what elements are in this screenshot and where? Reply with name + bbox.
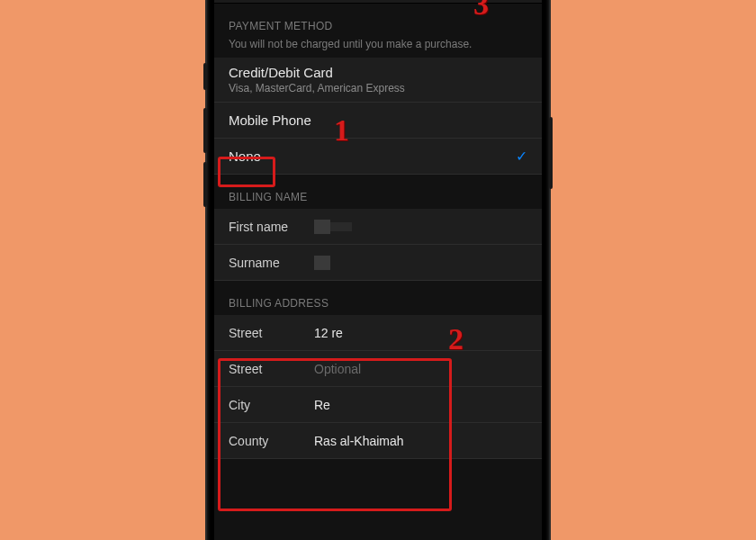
payment-method-header: PAYMENT METHOD	[214, 4, 542, 38]
county-field[interactable]: County Ras al-Khaimah	[214, 423, 542, 459]
city-label: City	[229, 398, 314, 412]
county-value: Ras al-Khaimah	[314, 434, 404, 448]
surname-field[interactable]: Surname	[214, 245, 542, 281]
side-button	[203, 162, 207, 207]
city-field[interactable]: City Re	[214, 387, 542, 423]
street2-field[interactable]: Street Optional	[214, 351, 542, 387]
none-label: None	[229, 148, 261, 164]
side-button	[203, 63, 207, 90]
navbar: Back Country/Region Next	[214, 0, 542, 4]
checkmark-icon: ✓	[516, 148, 527, 165]
redacted-value	[314, 256, 330, 270]
payment-option-mobile[interactable]: Mobile Phone	[214, 103, 542, 139]
payment-method-sub: You will not be charged until you make a…	[214, 38, 542, 58]
side-button	[203, 108, 207, 153]
credit-card-sub: Visa, MasterCard, American Express	[229, 82, 405, 94]
street-label: Street	[229, 326, 314, 340]
first-name-field[interactable]: First name	[214, 209, 542, 245]
mobile-phone-label: Mobile Phone	[229, 112, 311, 128]
credit-card-title: Credit/Debit Card	[229, 65, 333, 80]
street2-placeholder: Optional	[314, 362, 361, 376]
surname-label: Surname	[229, 256, 314, 270]
billing-name-header: BILLING NAME	[214, 175, 542, 209]
billing-address-header: BILLING ADDRESS	[214, 281, 542, 315]
payment-option-credit[interactable]: Credit/Debit Card Visa, MasterCard, Amer…	[214, 58, 542, 103]
street-value: 12 re	[314, 326, 343, 340]
content-scroll[interactable]: Back Country/Region Next PAYMENT METHOD …	[214, 0, 542, 540]
side-button	[549, 117, 553, 189]
phone-frame: Back Country/Region Next PAYMENT METHOD …	[207, 0, 549, 540]
county-label: County	[229, 434, 314, 448]
payment-option-none[interactable]: None ✓	[214, 139, 542, 175]
street-field[interactable]: Street 12 re	[214, 315, 542, 351]
redacted-value	[314, 220, 330, 234]
city-value: Re	[314, 398, 330, 412]
screen: Back Country/Region Next PAYMENT METHOD …	[214, 0, 542, 540]
street2-label: Street	[229, 362, 314, 376]
first-name-label: First name	[229, 220, 314, 234]
redacted-value	[330, 222, 352, 231]
